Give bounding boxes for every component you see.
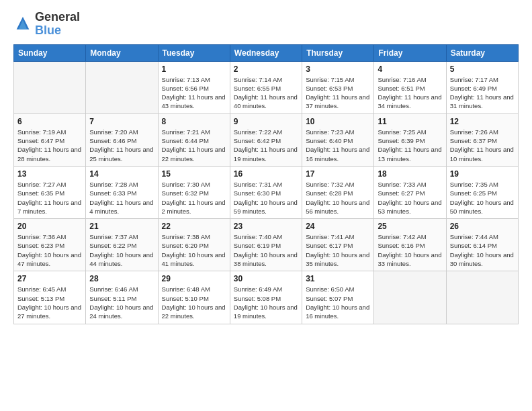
calendar-cell [374,271,446,324]
day-number: 29 [162,274,226,283]
day-number: 8 [162,117,226,126]
day-info: Sunrise: 7:17 AMSunset: 6:49 PMDaylight:… [450,75,515,111]
day-info: Sunrise: 7:30 AMSunset: 6:32 PMDaylight:… [162,180,226,216]
day-info: Sunrise: 6:46 AMSunset: 5:11 PMDaylight:… [89,285,154,320]
day-number: 6 [17,117,82,126]
logo-icon [13,15,32,34]
calendar-week-2: 6Sunrise: 7:19 AMSunset: 6:47 PMDaylight… [14,113,519,166]
calendar-cell: 4Sunrise: 7:16 AMSunset: 6:51 PMDaylight… [374,61,446,113]
calendar-cell: 1Sunrise: 7:13 AMSunset: 6:56 PMDaylight… [158,61,230,113]
calendar-cell: 16Sunrise: 7:31 AMSunset: 6:30 PMDayligh… [230,166,302,218]
day-info: Sunrise: 7:35 AMSunset: 6:25 PMDaylight:… [450,180,515,216]
calendar-cell: 25Sunrise: 7:42 AMSunset: 6:16 PMDayligh… [374,219,446,271]
day-number: 22 [162,222,226,231]
calendar-week-4: 20Sunrise: 7:36 AMSunset: 6:23 PMDayligh… [14,219,519,271]
day-info: Sunrise: 7:33 AMSunset: 6:27 PMDaylight:… [378,180,442,216]
weekday-header-sunday: Sunday [14,44,86,61]
header: General Blue [13,11,519,38]
day-info: Sunrise: 7:44 AMSunset: 6:14 PMDaylight:… [450,232,515,268]
day-info: Sunrise: 7:42 AMSunset: 6:16 PMDaylight:… [378,232,442,268]
calendar-cell: 20Sunrise: 7:36 AMSunset: 6:23 PMDayligh… [14,219,86,271]
day-info: Sunrise: 7:25 AMSunset: 6:39 PMDaylight:… [378,128,442,163]
calendar-cell: 15Sunrise: 7:30 AMSunset: 6:32 PMDayligh… [158,166,230,218]
calendar-cell: 27Sunrise: 6:45 AMSunset: 5:13 PMDayligh… [14,271,86,324]
day-number: 3 [306,64,370,74]
weekday-header-wednesday: Wednesday [230,44,302,61]
day-number: 1 [162,64,226,74]
calendar-week-5: 27Sunrise: 6:45 AMSunset: 5:13 PMDayligh… [14,271,519,324]
calendar-cell: 24Sunrise: 7:41 AMSunset: 6:17 PMDayligh… [302,219,374,271]
day-info: Sunrise: 7:27 AMSunset: 6:35 PMDaylight:… [17,180,82,216]
day-info: Sunrise: 7:21 AMSunset: 6:44 PMDaylight:… [162,128,226,163]
calendar-cell: 17Sunrise: 7:32 AMSunset: 6:28 PMDayligh… [302,166,374,218]
calendar-cell: 5Sunrise: 7:17 AMSunset: 6:49 PMDaylight… [446,61,518,113]
day-info: Sunrise: 7:38 AMSunset: 6:20 PMDaylight:… [162,232,226,268]
day-number: 2 [234,64,298,74]
day-info: Sunrise: 7:23 AMSunset: 6:40 PMDaylight:… [306,128,370,163]
day-info: Sunrise: 7:40 AMSunset: 6:19 PMDaylight:… [234,232,298,268]
calendar-cell: 23Sunrise: 7:40 AMSunset: 6:19 PMDayligh… [230,219,302,271]
calendar-cell: 31Sunrise: 6:50 AMSunset: 5:07 PMDayligh… [302,271,374,324]
calendar-cell: 10Sunrise: 7:23 AMSunset: 6:40 PMDayligh… [302,113,374,166]
day-info: Sunrise: 7:14 AMSunset: 6:55 PMDaylight:… [234,75,298,111]
day-number: 19 [450,169,515,179]
day-number: 24 [306,222,370,231]
day-number: 20 [17,222,82,231]
calendar-cell: 7Sunrise: 7:20 AMSunset: 6:46 PMDaylight… [86,113,158,166]
day-number: 27 [17,274,82,283]
day-info: Sunrise: 6:48 AMSunset: 5:10 PMDaylight:… [162,285,226,320]
day-info: Sunrise: 6:50 AMSunset: 5:07 PMDaylight:… [306,285,370,320]
weekday-header-monday: Monday [86,44,158,61]
calendar-cell: 22Sunrise: 7:38 AMSunset: 6:20 PMDayligh… [158,219,230,271]
day-number: 9 [234,117,298,126]
calendar-cell: 21Sunrise: 7:37 AMSunset: 6:22 PMDayligh… [86,219,158,271]
calendar-cell [446,271,518,324]
logo: General Blue [13,11,80,38]
day-number: 14 [89,169,154,179]
day-info: Sunrise: 7:31 AMSunset: 6:30 PMDaylight:… [234,180,298,216]
calendar-cell: 18Sunrise: 7:33 AMSunset: 6:27 PMDayligh… [374,166,446,218]
day-info: Sunrise: 7:28 AMSunset: 6:33 PMDaylight:… [89,180,154,216]
day-number: 5 [450,64,515,74]
calendar-cell: 3Sunrise: 7:15 AMSunset: 6:53 PMDaylight… [302,61,374,113]
day-info: Sunrise: 7:15 AMSunset: 6:53 PMDaylight:… [306,75,370,111]
calendar-cell: 19Sunrise: 7:35 AMSunset: 6:25 PMDayligh… [446,166,518,218]
day-number: 25 [378,222,442,231]
calendar-cell: 14Sunrise: 7:28 AMSunset: 6:33 PMDayligh… [86,166,158,218]
day-number: 16 [234,169,298,179]
day-info: Sunrise: 7:37 AMSunset: 6:22 PMDaylight:… [89,232,154,268]
day-info: Sunrise: 6:45 AMSunset: 5:13 PMDaylight:… [17,285,82,320]
day-info: Sunrise: 7:20 AMSunset: 6:46 PMDaylight:… [89,128,154,163]
calendar-cell: 13Sunrise: 7:27 AMSunset: 6:35 PMDayligh… [14,166,86,218]
calendar-cell: 28Sunrise: 6:46 AMSunset: 5:11 PMDayligh… [86,271,158,324]
weekday-header-saturday: Saturday [446,44,518,61]
page: General Blue SundayMondayTuesdayWednesda… [0,0,532,411]
weekday-header-thursday: Thursday [302,44,374,61]
calendar-cell [14,61,86,113]
day-info: Sunrise: 7:41 AMSunset: 6:17 PMDaylight:… [306,232,370,268]
calendar-cell: 8Sunrise: 7:21 AMSunset: 6:44 PMDaylight… [158,113,230,166]
day-info: Sunrise: 6:49 AMSunset: 5:08 PMDaylight:… [234,285,298,320]
day-number: 13 [17,169,82,179]
day-info: Sunrise: 7:36 AMSunset: 6:23 PMDaylight:… [17,232,82,268]
day-info: Sunrise: 7:13 AMSunset: 6:56 PMDaylight:… [162,75,226,111]
day-info: Sunrise: 7:26 AMSunset: 6:37 PMDaylight:… [450,128,515,163]
weekday-header-tuesday: Tuesday [158,44,230,61]
calendar-body: 1Sunrise: 7:13 AMSunset: 6:56 PMDaylight… [14,61,519,324]
day-number: 23 [234,222,298,231]
weekday-header-friday: Friday [374,44,446,61]
day-number: 26 [450,222,515,231]
day-number: 18 [378,169,442,179]
calendar-cell: 11Sunrise: 7:25 AMSunset: 6:39 PMDayligh… [374,113,446,166]
calendar-table: SundayMondayTuesdayWednesdayThursdayFrid… [13,44,519,324]
day-number: 21 [89,222,154,231]
day-number: 30 [234,274,298,283]
calendar-week-3: 13Sunrise: 7:27 AMSunset: 6:35 PMDayligh… [14,166,519,218]
day-number: 12 [450,117,515,126]
calendar-cell: 6Sunrise: 7:19 AMSunset: 6:47 PMDaylight… [14,113,86,166]
calendar-header-row: SundayMondayTuesdayWednesdayThursdayFrid… [14,44,519,61]
day-number: 4 [378,64,442,74]
calendar-cell: 29Sunrise: 6:48 AMSunset: 5:10 PMDayligh… [158,271,230,324]
day-info: Sunrise: 7:32 AMSunset: 6:28 PMDaylight:… [306,180,370,216]
calendar-week-1: 1Sunrise: 7:13 AMSunset: 6:56 PMDaylight… [14,61,519,113]
